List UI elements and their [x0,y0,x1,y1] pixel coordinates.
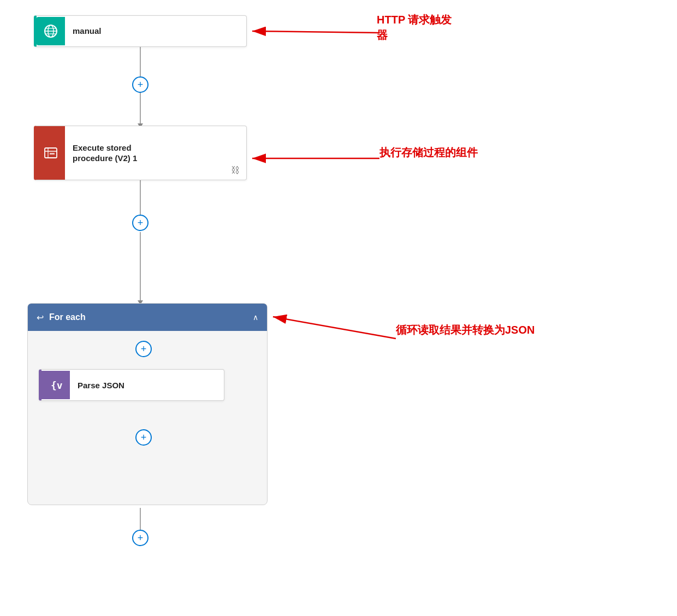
parse-json-icon: {v} [41,371,70,399]
svg-line-13 [273,317,396,339]
annotation-execute-label: 执行存储过程的组件 [379,146,478,158]
annotation-http-trigger: HTTP 请求触发 器 [377,12,452,43]
parse-json-node[interactable]: {v} Parse JSON [39,369,224,401]
svg-line-11 [252,31,379,33]
plus-icon-2: + [138,217,144,229]
json-icon: {v} [49,378,63,392]
manual-node-label: manual [65,21,109,41]
execute-node[interactable]: Execute stored procedure (V2) 1 ⛓ [34,126,247,180]
sql-icon [43,145,58,161]
plus-button-foreach-inner[interactable]: + [135,341,152,357]
plus-button-foreach-bottom[interactable]: + [135,429,152,446]
plus-icon-bottom: + [138,532,144,544]
plus-button-bottom[interactable]: + [132,530,149,546]
globe-icon [43,23,58,39]
execute-node-icon [37,126,65,180]
foreach-repeat-icon: ↩ [37,312,44,323]
annotation-http-label: HTTP 请求触发 器 [377,14,452,41]
parse-json-label: Parse JSON [70,376,132,394]
plus-icon-1: + [138,79,144,91]
manual-node[interactable]: manual [34,15,247,47]
link-icon: ⛓ [231,165,240,175]
annotation-foreach-label: 循环读取结果并转换为JSON [396,324,535,336]
svg-rect-22 [50,153,55,155]
plus-icon-foreach-bottom: + [141,432,147,443]
plus-icon-inner: + [141,343,147,355]
flow-canvas: manual + Execute stored procedure (V2) 1… [0,0,677,616]
foreach-header[interactable]: ↩ For each ∧ [28,304,267,331]
annotation-foreach: 循环读取结果并转换为JSON [396,322,535,337]
plus-button-2[interactable]: + [132,215,149,231]
plus-button-1[interactable]: + [132,76,149,93]
svg-text:{v}: {v} [51,380,63,391]
foreach-container: ↩ For each ∧ + {v} Parse JSON + [27,303,268,505]
manual-node-icon [37,17,65,45]
foreach-collapse-icon[interactable]: ∧ [253,313,258,322]
annotation-execute: 执行存储过程的组件 [379,145,478,160]
foreach-label: For each [49,312,247,322]
execute-node-label: Execute stored procedure (V2) 1 [65,135,145,171]
